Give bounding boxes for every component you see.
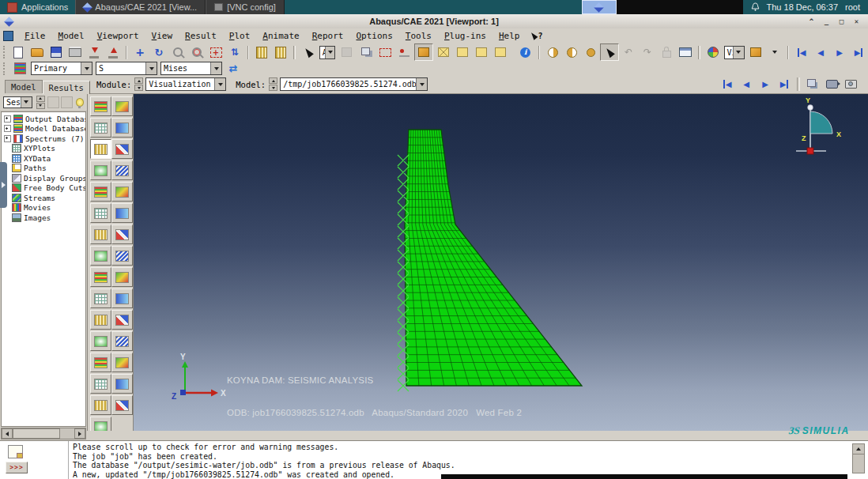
query-abacus-button[interactable] — [252, 43, 271, 61]
snapshot-camera-button[interactable] — [841, 76, 860, 93]
close-window-icon[interactable]: ✕ — [851, 17, 862, 26]
selection-cursor-button[interactable] — [299, 43, 318, 61]
previous-frame-button[interactable] — [811, 43, 830, 61]
open-file-button[interactable] — [28, 43, 47, 61]
model-spinner[interactable] — [269, 77, 277, 91]
module-spinner[interactable] — [134, 77, 143, 91]
toolbox-symbol-options[interactable] — [111, 182, 133, 202]
expand-icon[interactable] — [4, 135, 11, 142]
new-file-button[interactable] — [9, 43, 28, 61]
toolbox-stream-options[interactable] — [111, 395, 133, 415]
link-viewports-button[interactable] — [803, 76, 822, 93]
field-output-invariant-select[interactable]: Mises — [160, 62, 222, 75]
tree-item-output-databases[interactable]: Output Databases ( — [2, 114, 85, 124]
view-cube-solid-button[interactable] — [472, 43, 491, 61]
clock[interactable]: Thu 18 Dec, 06:37 — [767, 2, 839, 12]
toolbox-stream-manager[interactable] — [90, 395, 111, 415]
toolbox-animate-time-history[interactable] — [90, 267, 111, 287]
shade-window-icon[interactable]: ^ — [806, 17, 817, 26]
rotate-view-button[interactable] — [149, 43, 168, 61]
tips-lightbulb-icon[interactable] — [76, 98, 84, 107]
visualization-defaults-select[interactable]: Visualization defaults — [724, 46, 745, 59]
toolbox-plot-undeformed[interactable] — [90, 139, 111, 159]
window-titlebar[interactable]: Abaqus/CAE 2021 [Viewport: 1] ^ _ □ ✕ — [0, 14, 868, 29]
box-zoom-view-button[interactable] — [187, 43, 206, 61]
contour-circle-2-button[interactable] — [562, 43, 581, 61]
save-file-button[interactable] — [47, 43, 66, 61]
expand-icon[interactable] — [4, 115, 11, 123]
tree-item-xydata[interactable]: XYData — [2, 153, 85, 164]
expand-icon[interactable] — [4, 125, 11, 132]
toolbox-xy-data-options[interactable] — [111, 289, 133, 308]
scrollbar-thumb[interactable] — [13, 428, 60, 439]
toolbox-path-manager[interactable] — [90, 353, 111, 372]
toolbox-plot-contours[interactable] — [90, 160, 111, 180]
tree-item-movies[interactable]: Movies — [2, 203, 85, 213]
first-frame-button[interactable] — [718, 76, 737, 93]
pan-view-button[interactable] — [130, 43, 149, 61]
tree-item-display-groups[interactable]: Display Groups (1) — [2, 173, 85, 183]
context-help-icon[interactable] — [530, 31, 542, 40]
redo-button[interactable] — [638, 43, 657, 61]
view-cube-wire-button[interactable] — [453, 43, 472, 61]
annotation-dot-button[interactable] — [395, 43, 414, 61]
session-combo[interactable]: Sessi — [3, 96, 32, 108]
menu-help[interactable]: Help — [492, 30, 526, 42]
toolbox-path-options[interactable] — [111, 353, 133, 372]
selection-scope-select[interactable]: All — [319, 46, 335, 59]
color-palette-button[interactable] — [704, 43, 723, 61]
auto-fit-view-button[interactable] — [206, 43, 225, 61]
view-cube-x-button[interactable] — [434, 43, 453, 61]
print-button[interactable] — [66, 43, 85, 61]
scroll-right-icon[interactable] — [74, 428, 85, 439]
tree-item-model-database[interactable]: Model Database (2) — [2, 124, 85, 134]
scroll-left-icon[interactable] — [2, 428, 13, 439]
menu-file[interactable]: File — [18, 30, 52, 42]
info-circle-button[interactable] — [516, 43, 535, 61]
scroll-up-icon[interactable] — [853, 444, 864, 454]
model-select[interactable]: /tmp/job1766039825.51274.odb — [280, 77, 428, 91]
toolbar-grip[interactable] — [3, 62, 7, 75]
panel-collapse-handle[interactable] — [0, 162, 7, 208]
last-frame-button[interactable] — [775, 76, 794, 93]
tree-edit-button[interactable] — [61, 96, 73, 108]
save-session-button[interactable] — [85, 43, 104, 61]
menu-animate[interactable]: Animate — [256, 30, 305, 42]
color-code-abacus-button[interactable] — [271, 43, 290, 61]
tree-spinner[interactable] — [36, 96, 45, 109]
view-compass[interactable]: Y X Z — [788, 96, 861, 162]
taskbar-button-abaqus[interactable]: Abaqus/CAE 2021 [View... — [75, 0, 206, 14]
toolbox-xy-spreadsheet[interactable] — [90, 331, 111, 351]
tree-item-streams[interactable]: Streams — [2, 193, 85, 203]
toolbox-frame-selector[interactable] — [90, 96, 111, 116]
message-scrollbar[interactable] — [852, 443, 865, 473]
deselect-button[interactable] — [337, 43, 356, 61]
maximize-window-icon[interactable]: □ — [836, 17, 847, 26]
toolbox-view-cut-manager[interactable] — [90, 310, 111, 330]
toolbox-free-body-cut[interactable] — [90, 374, 111, 394]
message-log-icon[interactable] — [8, 445, 23, 458]
record-animation-button[interactable] — [822, 76, 841, 93]
menu-tools[interactable]: Tools — [399, 30, 438, 42]
magnify-view-button[interactable] — [168, 43, 187, 61]
tree-filter-button[interactable] — [47, 96, 59, 108]
toolbox-result-options[interactable] — [111, 118, 133, 138]
contour-circle-3-button[interactable] — [581, 43, 600, 61]
tab-model[interactable]: Model — [5, 80, 43, 93]
toolbox-field-output-dialog[interactable] — [90, 118, 111, 138]
menu-plug-ins[interactable]: Plug-ins — [438, 30, 492, 42]
minimize-window-icon[interactable]: _ — [821, 17, 832, 26]
menu-result[interactable]: Result — [179, 30, 223, 42]
toolbox-plot-deformed[interactable] — [90, 224, 111, 244]
applications-menu[interactable]: Applications — [0, 0, 75, 14]
toolbox-animation-options[interactable] — [111, 96, 133, 116]
last-frame-button[interactable] — [849, 43, 868, 61]
restore-session-button[interactable] — [104, 43, 123, 61]
menu-report[interactable]: Report — [306, 30, 350, 42]
previous-frame-button[interactable] — [737, 76, 756, 93]
probe-arrow-button[interactable] — [600, 43, 619, 61]
menu-viewport[interactable]: Viewport — [91, 30, 145, 42]
taskbar-button-vnc[interactable]: [VNC config] — [206, 0, 285, 14]
module-select[interactable]: Visualization — [145, 77, 226, 91]
viewport-canvas[interactable]: Y X Z Y X Z KOYNA DAM: SEISMIC ANALYSIS … — [133, 94, 868, 431]
